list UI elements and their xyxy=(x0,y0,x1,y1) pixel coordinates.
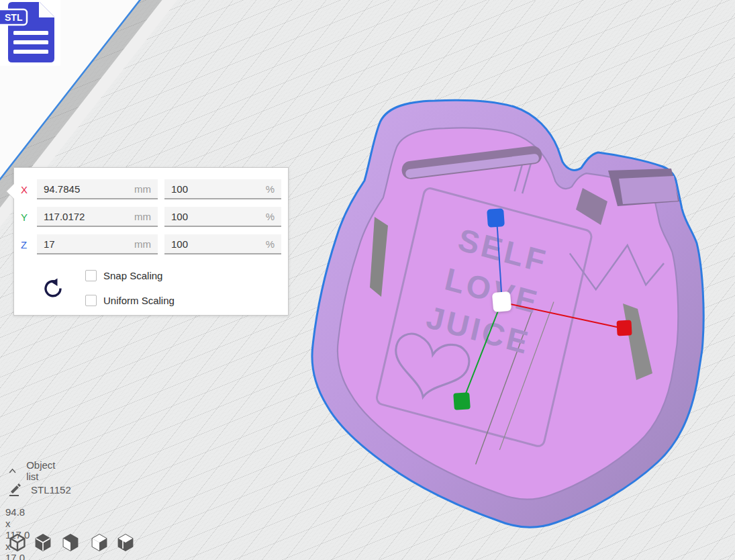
uniform-scaling-checkbox[interactable] xyxy=(85,295,97,306)
scale-x-mm-value: 94.7845 xyxy=(44,183,80,195)
view-side-cube-icon[interactable] xyxy=(119,534,133,551)
panel-pointer-arrow xyxy=(7,184,14,199)
snap-scaling-label: Snap Scaling xyxy=(103,270,162,281)
scale-z-percent-value: 100 xyxy=(171,238,188,250)
reset-rotate-ccw-icon xyxy=(42,277,64,299)
doc-line xyxy=(13,50,48,54)
camera-view-buttons xyxy=(5,530,146,558)
snap-scaling-option[interactable]: Snap Scaling xyxy=(85,269,162,281)
chevron-up-icon xyxy=(8,466,17,475)
object-list-toggle[interactable]: Object list xyxy=(8,459,58,482)
gizmo-x-handle[interactable] xyxy=(616,320,632,336)
axis-x-label: X xyxy=(21,184,30,195)
axis-z-label: Z xyxy=(21,239,30,250)
uniform-scaling-label: Uniform Scaling xyxy=(103,295,175,306)
doc-line xyxy=(13,31,48,35)
object-name-label: STL1152 xyxy=(31,484,71,496)
slicer-viewport: SELF LOVE JUICE xyxy=(0,0,735,560)
mm-unit-label: mm xyxy=(134,211,151,222)
view-front-cube-icon[interactable] xyxy=(64,534,78,551)
scale-x-percent-input[interactable]: 100 % xyxy=(164,179,281,199)
gizmo-z-handle[interactable] xyxy=(487,208,505,228)
reset-scale-button[interactable] xyxy=(42,277,64,299)
percent-unit-label: % xyxy=(266,211,275,222)
scale-tool-panel: X 94.7845 mm 100 % Y 117.0172 mm 100 % Z xyxy=(13,167,289,316)
object-list-item[interactable]: STL1152 xyxy=(8,482,71,497)
mm-unit-label: mm xyxy=(134,183,151,195)
scale-y-percent-input[interactable]: 100 % xyxy=(164,207,281,227)
scale-z-mm-value: 17 xyxy=(44,238,55,250)
scale-y-percent-value: 100 xyxy=(171,211,188,222)
stl-file-icon: STL xyxy=(0,0,60,66)
gizmo-center-handle[interactable] xyxy=(492,291,511,312)
scale-x-mm-input[interactable]: 94.7845 mm xyxy=(37,179,158,199)
scale-z-mm-input[interactable]: 17 mm xyxy=(37,234,158,254)
view-3d-cube-icon[interactable] xyxy=(11,534,25,551)
doc-line xyxy=(13,40,48,44)
mm-unit-label: mm xyxy=(134,238,151,250)
pencil-edit-icon xyxy=(8,482,21,497)
object-list-label: Object list xyxy=(26,459,58,482)
scale-y-mm-input[interactable]: 117.0172 mm xyxy=(37,207,158,227)
scale-y-mm-value: 117.0172 xyxy=(44,211,85,222)
percent-unit-label: % xyxy=(266,183,275,195)
scale-z-percent-input[interactable]: 100 % xyxy=(164,234,281,254)
axis-y-label: Y xyxy=(21,212,30,223)
folded-corner-icon xyxy=(39,1,55,17)
scale-x-percent-value: 100 xyxy=(171,183,188,195)
snap-scaling-checkbox[interactable] xyxy=(85,270,97,281)
view-top-cube-icon[interactable] xyxy=(93,534,107,551)
stl-badge-label: STL xyxy=(5,12,23,23)
uniform-scaling-option[interactable]: Uniform Scaling xyxy=(85,294,175,306)
view-solid-cube-icon[interactable] xyxy=(36,534,50,551)
gizmo-y-handle[interactable] xyxy=(453,392,471,410)
spout-slot xyxy=(608,169,679,206)
percent-unit-label: % xyxy=(266,238,275,250)
